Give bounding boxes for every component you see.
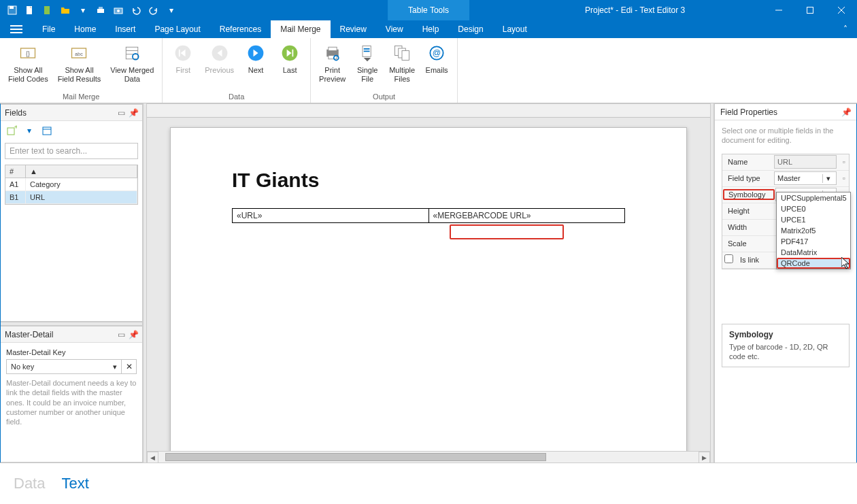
dd-item-upce0[interactable]: UPCE0	[777, 203, 850, 214]
show-all-field-results-button[interactable]: abc Show All Field Results	[54, 41, 105, 85]
tab-design[interactable]: Design	[448, 20, 492, 38]
master-detail-key-select[interactable]: No key▾	[6, 359, 122, 374]
panel-window-icon[interactable]: ▭	[116, 108, 126, 118]
fields-panel: Fields ▭ 📌 + ▾ Enter text to search... #…	[1, 104, 142, 322]
fields-row-b1[interactable]: B1 URL	[5, 191, 137, 204]
prop-height-label: Height	[722, 207, 774, 215]
scroll-left-icon[interactable]: ◀	[147, 452, 158, 463]
svg-rect-5	[99, 7, 103, 10]
dd-item-matrix2of5[interactable]: Matrix2of5	[777, 225, 850, 236]
tab-review[interactable]: Review	[331, 20, 376, 38]
tab-view[interactable]: View	[376, 20, 413, 38]
merge-table[interactable]: «URL» «MERGEBARCODE URL»	[232, 208, 625, 223]
svg-rect-34	[364, 48, 370, 50]
tab-references[interactable]: References	[210, 20, 271, 38]
scroll-right-icon[interactable]: ▶	[699, 452, 710, 463]
qat-customize-dropdown-icon[interactable]: ▾	[163, 2, 180, 18]
dd-item-upce1[interactable]: UPCE1	[777, 214, 850, 225]
qat-snapshot-icon[interactable]	[110, 2, 127, 18]
app-menu-button[interactable]	[0, 20, 33, 38]
fields-row-a1[interactable]: A1 Category	[5, 178, 137, 191]
multiple-files-button[interactable]: Multiple Files	[385, 41, 419, 85]
svg-rect-1	[10, 6, 14, 9]
ribbon-group-label: Data	[163, 93, 310, 103]
panel-pin-icon[interactable]: 📌	[129, 330, 138, 339]
prop-fieldtype-select[interactable]: Master▾	[774, 171, 837, 185]
qat-print-icon[interactable]	[93, 2, 109, 18]
field-properties-title: Field Properties	[720, 107, 841, 117]
master-detail-key-label: Master-Detail Key	[6, 348, 137, 356]
tab-mail-merge[interactable]: Mail Merge	[271, 20, 330, 38]
calendar-icon[interactable]	[40, 124, 54, 137]
field-results-icon: abc	[68, 42, 90, 64]
dd-item-qrcode[interactable]: QRCode	[777, 258, 850, 269]
svg-point-7	[117, 10, 120, 12]
view-merged-data-button[interactable]: View Merged Data	[106, 41, 158, 85]
panel-window-icon[interactable]: ▭	[116, 330, 126, 339]
qat-dropdown-icon[interactable]: ▾	[75, 2, 91, 18]
next-button[interactable]: Next	[239, 41, 272, 76]
dd-item-datamatrix[interactable]: DataMatrix	[777, 247, 850, 258]
master-detail-clear-button[interactable]: ✕	[122, 359, 137, 374]
window-controls	[763, 0, 857, 20]
last-button[interactable]: Last	[273, 41, 306, 76]
qat-undo-icon[interactable]	[128, 2, 144, 18]
window-title: Project* - Edi - Text Editor 3	[585, 0, 685, 20]
desc-title: Symbology	[729, 330, 842, 339]
prop-reset-icon[interactable]: ▫	[839, 157, 849, 167]
dd-item-upcsupplemental5[interactable]: UPCSupplemental5	[777, 192, 850, 203]
prop-reset-icon[interactable]: ▫	[839, 173, 849, 183]
prop-name-value: URL	[774, 155, 837, 169]
chevron-down-icon[interactable]: ▾	[822, 174, 833, 183]
master-detail-header: Master-Detail ▭ 📌	[1, 326, 142, 343]
svg-rect-28	[292, 50, 294, 57]
ribbon-group-label: Output	[311, 93, 457, 103]
print-preview-button[interactable]: Print Preview	[315, 41, 350, 85]
horizontal-scrollbar[interactable]: ◀ ▶	[147, 451, 710, 463]
fields-search-input[interactable]: Enter text to search...	[5, 143, 138, 159]
panel-pin-icon[interactable]: 📌	[841, 107, 851, 117]
qat-redo-icon[interactable]	[146, 2, 162, 18]
tab-layout[interactable]: Layout	[493, 20, 537, 38]
merge-cell-url[interactable]: «URL»	[233, 209, 429, 223]
single-file-icon	[356, 42, 378, 64]
quick-access-toolbar: ▾ ▾	[0, 2, 180, 18]
show-all-field-codes-button[interactable]: {} Show All Field Codes	[4, 41, 52, 85]
qat-new-project-icon[interactable]	[39, 2, 56, 18]
minimize-button[interactable]	[763, 0, 794, 20]
field-properties-header: Field Properties 📌	[715, 104, 856, 120]
merge-cell-barcode[interactable]: «MERGEBARCODE URL»	[428, 209, 625, 223]
add-field-icon[interactable]: +	[5, 124, 18, 137]
close-button[interactable]	[826, 0, 857, 20]
svg-text:abc: abc	[75, 52, 84, 56]
prop-islink-checkbox[interactable]	[724, 254, 733, 263]
field-codes-icon: {}	[17, 42, 39, 64]
grid-header-sort-icon[interactable]: ▲	[26, 165, 137, 178]
emails-icon: @	[426, 42, 448, 64]
ribbon-collapse-button[interactable]: ˄	[834, 20, 857, 38]
fields-toolbar: + ▾	[1, 121, 142, 140]
tab-page-layout[interactable]: Page Layout	[145, 20, 209, 38]
first-icon	[172, 42, 194, 64]
qat-new-icon[interactable]	[22, 2, 38, 18]
single-file-button[interactable]: Single File	[351, 41, 384, 85]
svg-rect-9	[807, 7, 813, 14]
dd-item-pdf417[interactable]: PDF417	[777, 236, 850, 247]
tab-file[interactable]: File	[33, 20, 65, 38]
tab-home[interactable]: Home	[65, 20, 105, 38]
bottom-tab-data[interactable]: Data	[14, 475, 45, 492]
maximize-button[interactable]	[794, 0, 826, 20]
document-scroll-area[interactable]: IT Giants «URL» «MERGEBARCODE URL»	[147, 118, 710, 451]
panel-pin-icon[interactable]: 📌	[129, 108, 138, 118]
grid-header-id[interactable]: #	[5, 165, 26, 178]
tab-help[interactable]: Help	[413, 20, 449, 38]
tab-insert[interactable]: Insert	[105, 20, 145, 38]
horizontal-ruler[interactable]	[147, 104, 710, 118]
field-dropdown-icon[interactable]: ▾	[22, 124, 36, 137]
document-heading: IT Giants	[232, 169, 625, 192]
qat-save-icon[interactable]	[4, 2, 20, 18]
qat-open-icon[interactable]	[57, 2, 73, 18]
emails-button[interactable]: @ Emails	[420, 41, 453, 76]
master-detail-panel: Master-Detail ▭ 📌 Master-Detail Key No k…	[1, 326, 142, 463]
bottom-tab-text[interactable]: Text	[61, 475, 88, 492]
